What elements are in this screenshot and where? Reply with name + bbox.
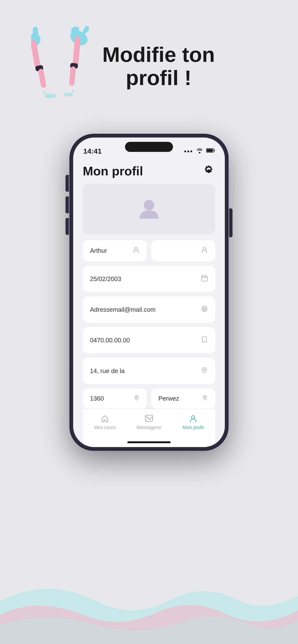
signal-icon: ●●● xyxy=(184,149,193,154)
svg-point-17 xyxy=(203,247,206,250)
status-time: 14:41 xyxy=(83,147,102,155)
status-bar: 14:41 ●●● xyxy=(73,138,225,159)
svg-point-26 xyxy=(192,416,195,419)
phone-field[interactable]: 0470.00.00.00 xyxy=(83,327,215,354)
birthdate-field[interactable]: 25/02/2003 xyxy=(83,266,215,292)
postal-code-field[interactable]: 1360 xyxy=(83,388,147,409)
first-name-value: Arthur xyxy=(90,247,107,254)
battery-icon xyxy=(206,148,215,154)
status-icons: ●●● xyxy=(184,148,215,155)
location-icon-3 xyxy=(202,394,208,402)
nav-label-courses: Mes cours xyxy=(94,425,116,430)
nav-label-profile: Mon profil xyxy=(183,425,204,430)
dynamic-island xyxy=(125,142,173,152)
svg-point-11 xyxy=(72,90,74,92)
svg-point-15 xyxy=(144,200,154,210)
phone-screen: 14:41 ●●● xyxy=(73,138,225,447)
profile-title: Mon profil xyxy=(83,164,143,178)
nav-item-messages[interactable]: Messagerie xyxy=(132,414,166,430)
svg-rect-7 xyxy=(69,66,76,86)
svg-rect-13 xyxy=(214,150,215,152)
nav-item-profile[interactable]: Mon profil xyxy=(176,414,210,430)
bg-waves-decoration xyxy=(0,553,298,644)
profile-icon-active xyxy=(189,414,198,423)
svg-point-20 xyxy=(204,308,205,310)
svg-point-9 xyxy=(64,93,73,96)
last-name-field[interactable] xyxy=(151,240,215,262)
phone-icon xyxy=(201,336,208,345)
svg-point-22 xyxy=(204,369,205,370)
phone-value: 0470.00.00.00 xyxy=(90,336,130,344)
flipper-illustration xyxy=(31,19,89,120)
city-field[interactable]: Perwez xyxy=(151,388,215,409)
svg-point-23 xyxy=(136,396,137,398)
person-icon-2 xyxy=(201,246,208,255)
address-field[interactable]: 14, rue de la xyxy=(83,358,215,384)
person-icon xyxy=(132,246,140,255)
svg-rect-3 xyxy=(38,68,47,88)
phone-frame: 14:41 ●●● xyxy=(70,134,228,450)
profile-header: Mon profil xyxy=(83,164,215,178)
svg-rect-1 xyxy=(31,40,41,69)
headline-line2: profil ! xyxy=(126,66,192,90)
name-row: Arthur xyxy=(83,240,215,262)
email-value: Adressemail@mail.com xyxy=(90,306,156,314)
phone-mockup: 14:41 ●●● xyxy=(70,134,228,450)
email-icon xyxy=(201,305,208,314)
location-row: 1360 Perwez xyxy=(83,388,215,409)
svg-point-10 xyxy=(43,91,46,94)
headline-line1: Modifie ton xyxy=(102,43,215,66)
svg-rect-14 xyxy=(207,149,213,152)
settings-button[interactable] xyxy=(202,164,215,178)
avatar-area[interactable] xyxy=(83,184,215,234)
email-field[interactable]: Adressemail@mail.com xyxy=(83,296,215,323)
city-value: Perwez xyxy=(158,395,179,402)
home-indicator xyxy=(127,441,171,443)
location-icon-2 xyxy=(133,394,140,402)
page-headline: Modifie ton profil ! xyxy=(102,43,215,90)
nav-item-courses[interactable]: Mes cours xyxy=(88,414,122,430)
svg-point-21 xyxy=(204,341,205,342)
svg-point-16 xyxy=(135,247,137,250)
avatar-placeholder-icon xyxy=(136,196,162,222)
first-name-field[interactable]: Arthur xyxy=(83,240,147,262)
wifi-icon xyxy=(196,148,203,155)
app-content: Mon profil xyxy=(73,159,225,447)
svg-point-24 xyxy=(204,396,206,398)
location-icon xyxy=(201,366,208,376)
birthdate-value: 25/02/2003 xyxy=(90,275,121,283)
calendar-icon xyxy=(201,274,208,284)
svg-rect-18 xyxy=(202,276,207,281)
nav-label-messages: Messagerie xyxy=(136,425,161,430)
message-icon xyxy=(145,414,153,423)
form-fields: Arthur xyxy=(83,240,215,409)
svg-point-8 xyxy=(44,94,56,98)
address-value: 14, rue de la xyxy=(90,367,125,375)
postal-code-value: 1360 xyxy=(90,395,104,402)
home-icon xyxy=(100,414,109,423)
